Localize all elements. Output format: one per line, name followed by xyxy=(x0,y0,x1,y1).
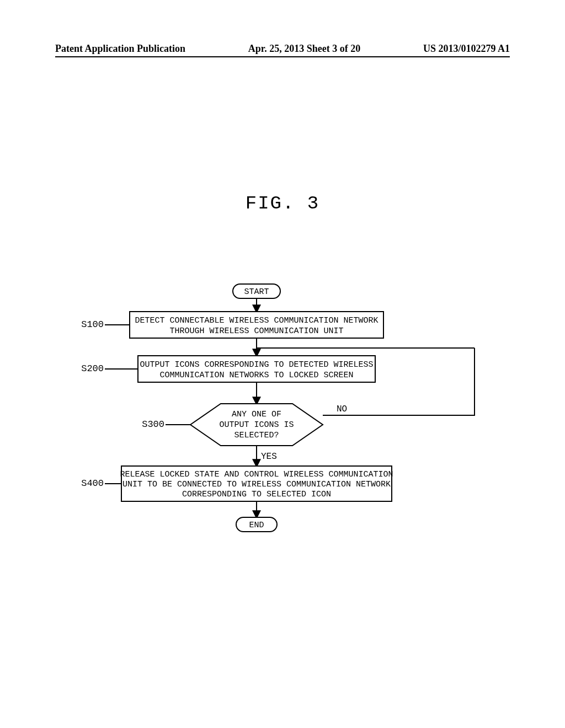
start-node: START xyxy=(233,284,280,298)
process-s100: DETECT CONNECTABLE WIRELESS COMMUNICATIO… xyxy=(130,312,383,338)
process-s400: RELEASE LOCKED STATE AND CONTROL WIRELES… xyxy=(120,466,393,501)
flowchart: START DETECT CONNECTABLE WIRELESS COMMUN… xyxy=(77,281,497,557)
s300-line3: SELECTED? xyxy=(234,431,279,440)
s100-label: S100 xyxy=(81,319,104,330)
s100-line2: THROUGH WIRELESS COMMUNICATION UNIT xyxy=(169,326,343,336)
figure-title: FIG. 3 xyxy=(0,193,565,214)
edge-yes: YES xyxy=(261,452,277,462)
s400-line3: CORRESPONDING TO SELECTED ICON xyxy=(182,490,331,499)
s200-line2: COMMUNICATION NETWORKS TO LOCKED SCREEN xyxy=(159,371,353,380)
header-pub-number: US 2013/0102279 A1 xyxy=(423,43,510,55)
end-node: END xyxy=(236,517,277,532)
start-label: START xyxy=(244,287,269,297)
header-date-sheet: Apr. 25, 2013 Sheet 3 of 20 xyxy=(248,43,360,55)
s200-line1: OUTPUT ICONS CORRESPONDING TO DETECTED W… xyxy=(140,360,373,370)
edge-no: NO xyxy=(337,404,347,414)
s300-line1: ANY ONE OF xyxy=(232,410,281,419)
s100-line1: DETECT CONNECTABLE WIRELESS COMMUNICATIO… xyxy=(135,316,378,325)
s300-label: S300 xyxy=(142,419,164,430)
decision-s300: ANY ONE OF OUTPUT ICONS IS SELECTED? xyxy=(190,404,323,446)
process-s200: OUTPUT ICONS CORRESPONDING TO DETECTED W… xyxy=(138,356,375,382)
s400-line2: UNIT TO BE CONNECTED TO WIRELESS COMMUNI… xyxy=(122,480,391,489)
page: Patent Application Publication Apr. 25, … xyxy=(0,0,565,728)
s400-line1: RELEASE LOCKED STATE AND CONTROL WIRELES… xyxy=(120,470,393,479)
s400-label: S400 xyxy=(81,478,104,489)
s200-label: S200 xyxy=(81,363,104,374)
page-header: Patent Application Publication Apr. 25, … xyxy=(55,43,510,55)
s300-line2: OUTPUT ICONS IS xyxy=(219,420,294,430)
header-pub-type: Patent Application Publication xyxy=(55,43,185,55)
header-rule xyxy=(55,56,510,57)
end-label: END xyxy=(249,521,264,530)
